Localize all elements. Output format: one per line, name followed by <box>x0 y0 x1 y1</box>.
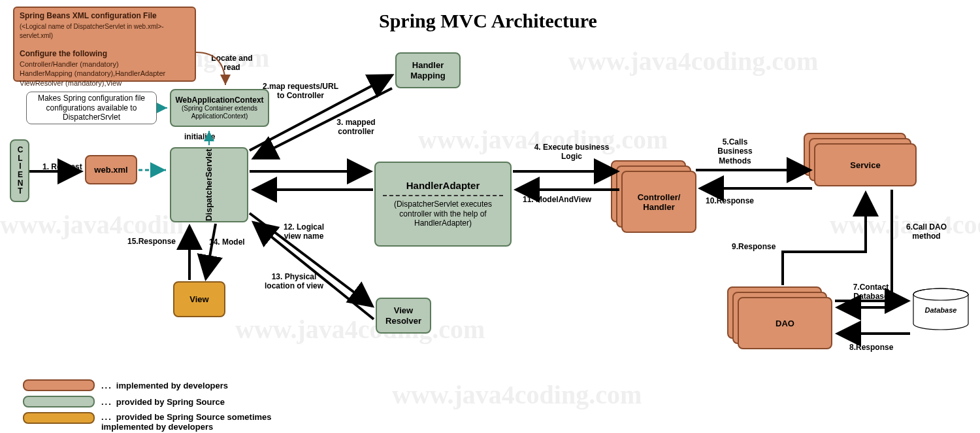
legend-mixed-text: provided be Spring Source sometimes impl… <box>101 412 272 432</box>
wac-sub: (Spring Container extends ApplicationCon… <box>172 105 267 120</box>
label-step-5: 5.Calls Business Methods <box>709 137 761 165</box>
client-label: CLIENT <box>18 146 22 196</box>
info-title-1: Spring Beans XML configuration File <box>20 11 157 20</box>
label-step-14: 14. Model <box>209 237 245 247</box>
dispatcher-label: DispatcherServlet <box>204 148 214 221</box>
label-step-15: 15.Response <box>127 237 176 246</box>
controller-stack: Controller/ Handler <box>611 160 696 235</box>
info-line-1: Controller/Handler (mandatory) <box>20 60 119 68</box>
dao-stack: DAO <box>727 286 838 355</box>
label-step-12: 12. Logical view name <box>274 222 333 241</box>
watermark: www.java4coding.com <box>0 209 183 240</box>
info-title-2: Configure the following <box>20 49 107 58</box>
label-step-1: 1. Request <box>42 162 82 171</box>
legend-dev-text: implemented by developers <box>116 381 228 390</box>
svg-point-1 <box>913 288 968 300</box>
legend-swatch-orange <box>23 379 95 391</box>
database-cylinder: Database <box>911 288 970 334</box>
legend-spring-text: provided by Spring Source <box>116 397 225 407</box>
label-step-6: 6.Call DAO method <box>900 222 953 241</box>
watermark: www.java4coding.com <box>568 46 818 77</box>
handler-adapter-sub: (DispatcherServlet executes controller w… <box>380 199 506 228</box>
info-box: Spring Beans XML configuration File (<Lo… <box>13 7 196 82</box>
legend-spring: ...provided by Spring Source <box>23 396 225 407</box>
dao-box: DAO <box>738 297 832 349</box>
info-line-2: HandlerMapping (mandatory),HandlerAdapte… <box>20 69 165 77</box>
label-step-9: 9.Response <box>732 242 776 251</box>
view-box: View <box>173 281 225 317</box>
makes-config-box: Makes Spring configuration file configur… <box>26 92 157 124</box>
wac-title: WebApplicationContext <box>175 95 263 105</box>
handler-adapter-box: HandlerAdapter (DispatcherServlet execut… <box>374 162 512 247</box>
label-step-4: 4. Execute business Logic <box>529 143 614 162</box>
handler-mapping-box: Handler Mapping <box>395 52 461 88</box>
client-box: CLIENT <box>10 139 29 202</box>
legend-swatch-green <box>23 396 95 407</box>
database-label: Database <box>911 306 970 314</box>
info-line-3: ViewResolver (mandatory),View <box>20 79 122 87</box>
view-resolver-box: View Resolver <box>376 298 431 334</box>
service-box: Service <box>814 143 917 186</box>
legend-dev: ...implemented by developers <box>23 379 228 391</box>
label-step-10: 10.Response <box>706 196 754 205</box>
label-step-13: 13. Physical location of view <box>258 272 330 291</box>
watermark: www.java4coding.com <box>235 314 485 345</box>
label-step-11: 11. ModelAndView <box>523 195 591 204</box>
handler-adapter-title: HandlerAdapter <box>406 180 480 192</box>
legend-swatch-yellow <box>23 412 95 424</box>
web-application-context-box: WebApplicationContext (Spring Container … <box>170 89 269 127</box>
controller-box: Controller/ Handler <box>621 171 696 233</box>
info-subtitle-1: (<Logical name of DispatcherServlet in w… <box>20 23 164 39</box>
svg-line-18 <box>206 224 216 279</box>
svg-point-0 <box>913 288 968 300</box>
label-step-3: 3. mapped controller <box>327 118 385 137</box>
webxml-box: web.xml <box>85 155 137 184</box>
label-locate: Locate and read <box>209 54 255 73</box>
label-step-7: 7.Contact Database <box>848 283 894 302</box>
legend-mixed: ...provided be Spring Source sometimes i… <box>23 412 297 432</box>
page-title: Spring MVC Architecture <box>379 10 597 32</box>
label-initialize: initialize <box>184 132 215 141</box>
label-step-8: 8.Response <box>849 343 893 352</box>
service-stack: Service <box>804 133 918 198</box>
watermark: www.java4coding.com <box>392 379 642 410</box>
dispatcher-servlet-box: DispatcherServlet <box>170 147 248 222</box>
label-step-2: 2.map requests/URL to Controller <box>258 82 343 101</box>
